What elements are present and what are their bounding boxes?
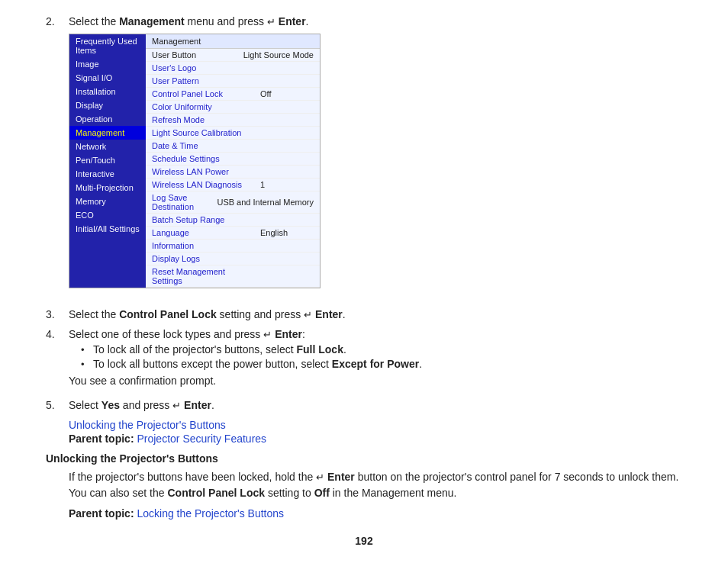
step-4-number: 4. — [46, 328, 69, 340]
step-3-number: 3. — [46, 308, 69, 320]
menu-row-log-save-destination: Log Save Destination USB and Internal Me… — [146, 191, 320, 214]
menu-value-user-button: Light Source Mode — [236, 50, 314, 60]
bullet-dot-2: • — [81, 359, 93, 370]
menu-value-control-panel-lock: Off — [253, 89, 314, 98]
menu-item-pen-touch: Pen/Touch — [69, 153, 146, 167]
step-3-content: Select the Control Panel Lock setting an… — [69, 308, 682, 320]
menu-item-management: Management — [69, 126, 146, 140]
step-4-text: Select one of these lock types and press… — [69, 328, 305, 340]
link-line: Unlocking the Projector's Buttons — [69, 419, 682, 431]
menu-item-interactive: Interactive — [69, 167, 146, 181]
section-parent-topic-label: Parent topic: — [69, 507, 134, 520]
menu-label-display-logs: Display Logs — [152, 254, 253, 263]
menu-label-color-uniformity: Color Uniformity — [152, 102, 253, 111]
menu-label-information: Information — [152, 241, 253, 250]
menu-row-wireless-lan-diagnosis: Wireless LAN Diagnosis 1 — [146, 179, 320, 191]
menu-row-schedule-settings: Schedule Settings — [146, 153, 320, 166]
menu-row-light-source-calibration: Light Source Calibration — [146, 127, 320, 140]
menu-row-user-pattern: User Pattern — [146, 75, 320, 88]
bullet-list: • To lock all of the projector's buttons… — [81, 343, 682, 370]
section-body-text: If the projector's buttons have been loc… — [69, 469, 682, 501]
menu-row-date-time: Date & Time — [146, 140, 320, 153]
step-5-content: Select Yes and press ↵ Enter. — [69, 399, 682, 411]
menu-row-refresh-mode: Refresh Mode — [146, 114, 320, 127]
step-3-text: Select the Control Panel Lock setting an… — [69, 308, 346, 320]
menu-screenshot: Frequently Used Items Image Signal I/O I… — [69, 34, 321, 288]
menu-item-operation: Operation — [69, 112, 146, 126]
menu-left-sidebar: Frequently Used Items Image Signal I/O I… — [69, 34, 146, 288]
menu-label-language: Language — [152, 228, 253, 237]
bullet-text-full-lock: To lock all of the projector's buttons, … — [93, 343, 682, 355]
menu-row-language: Language English — [146, 227, 320, 240]
menu-item-installation: Installation — [69, 85, 146, 98]
menu-item-display: Display — [69, 98, 146, 112]
menu-row-reset-management-settings: Reset Management Settings — [146, 265, 320, 288]
menu-label-light-source-calibration: Light Source Calibration — [152, 128, 253, 137]
step-2: 2. Select the Management menu and press … — [46, 15, 682, 301]
menu-label-batch-setup-range: Batch Setup Range — [152, 215, 253, 224]
menu-row-wireless-lan-power: Wireless LAN Power — [146, 166, 320, 179]
menu-row-display-logs: Display Logs — [146, 253, 320, 265]
menu-row-users-logo: User's Logo — [146, 62, 320, 75]
menu-label-date-time: Date & Time — [152, 141, 253, 150]
menu-item-memory: Memory — [69, 195, 146, 208]
step-2-number: 2. — [46, 15, 69, 27]
section-heading: Unlocking the Projector's Buttons — [46, 452, 682, 465]
bullet-item-except-power: • To lock all buttons except the power b… — [81, 358, 682, 370]
confirm-text: You see a confirmation prompt. — [69, 375, 682, 387]
section-body: If the projector's buttons have been loc… — [69, 469, 682, 520]
section-parent-topic-line: Parent topic: Locking the Projector's Bu… — [69, 507, 682, 520]
step-5: 5. Select Yes and press ↵ Enter. — [46, 399, 682, 411]
menu-label-log-save-destination: Log Save Destination — [152, 193, 209, 211]
menu-item-network: Network — [69, 140, 146, 153]
menu-label-schedule-settings: Schedule Settings — [152, 154, 253, 163]
menu-label-user-button: User Button — [152, 50, 236, 60]
step-4: 4. Select one of these lock types and pr… — [46, 328, 682, 391]
menu-row-batch-setup-range: Batch Setup Range — [146, 214, 320, 227]
menu-label-user-pattern: User Pattern — [152, 76, 253, 85]
page-number: 192 — [46, 535, 682, 547]
bullet-text-except-power: To lock all buttons except the power but… — [93, 358, 682, 370]
projector-security-features-link[interactable]: Projector Security Features — [137, 433, 266, 445]
parent-topic-line: Parent topic: Projector Security Feature… — [69, 433, 682, 445]
menu-value-language: English — [253, 228, 314, 237]
menu-item-image: Image — [69, 57, 146, 71]
menu-label-wireless-lan-power: Wireless LAN Power — [152, 167, 253, 176]
step-5-number: 5. — [46, 399, 69, 411]
step-2-content: Select the Management menu and press ↵ E… — [69, 15, 682, 301]
menu-right-panel: Management User Button Light Source Mode… — [146, 34, 320, 288]
parent-topic-label: Parent topic: — [69, 433, 134, 445]
bullet-item-full-lock: • To lock all of the projector's buttons… — [81, 343, 682, 355]
menu-row-information: Information — [146, 240, 320, 253]
menu-label-users-logo: User's Logo — [152, 63, 253, 72]
menu-row-color-uniformity: Color Uniformity — [146, 101, 320, 114]
menu-right-title: Management — [146, 34, 320, 49]
menu-label-reset-management-settings: Reset Management Settings — [152, 267, 253, 285]
menu-row-control-panel-lock: Control Panel Lock Off — [146, 88, 320, 101]
menu-value-wireless-lan-diagnosis: 1 — [253, 180, 314, 189]
menu-item-eco: ECO — [69, 208, 146, 222]
step-5-text: Select Yes and press ↵ Enter. — [69, 399, 214, 411]
step-4-content: Select one of these lock types and press… — [69, 328, 682, 391]
bullet-dot-1: • — [81, 344, 93, 355]
menu-row-user-button: User Button Light Source Mode — [146, 49, 320, 62]
menu-label-control-panel-lock: Control Panel Lock — [152, 89, 253, 98]
locking-buttons-link[interactable]: Locking the Projector's Buttons — [137, 507, 284, 520]
unlocking-buttons-link[interactable]: Unlocking the Projector's Buttons — [69, 419, 226, 431]
menu-item-frequently-used: Frequently Used Items — [69, 34, 146, 57]
menu-item-initial-all-settings: Initial/All Settings — [69, 222, 146, 236]
step-2-text: Select the Management menu and press ↵ E… — [69, 15, 308, 27]
menu-item-signal-io: Signal I/O — [69, 71, 146, 85]
menu-label-refresh-mode: Refresh Mode — [152, 115, 253, 124]
step-3: 3. Select the Control Panel Lock setting… — [46, 308, 682, 320]
menu-item-multi-projection: Multi-Projection — [69, 181, 146, 195]
menu-value-log-save-destination: USB and Internal Memory — [209, 198, 314, 207]
menu-label-wireless-lan-diagnosis: Wireless LAN Diagnosis — [152, 180, 253, 189]
